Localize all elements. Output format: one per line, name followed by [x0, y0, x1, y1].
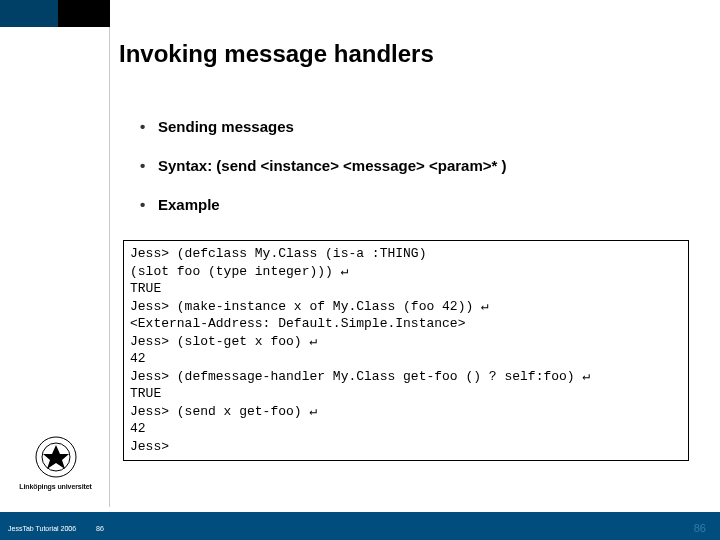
code-line: Jess> (make-instance x of My.Class (foo …	[130, 299, 489, 314]
slide: Invoking message handlers Sending messag…	[0, 0, 720, 540]
bullet-item: Sending messages	[140, 118, 680, 135]
code-line: Jess> (defmessage-handler My.Class get-f…	[130, 369, 590, 384]
footer-text: JessTab Tutorial 2006	[8, 525, 76, 532]
footer-left: JessTab Tutorial 2006 86	[8, 525, 104, 532]
code-line: TRUE	[130, 281, 161, 296]
code-line: TRUE	[130, 386, 161, 401]
footer-page-small: 86	[96, 525, 104, 532]
seal-icon	[33, 434, 79, 480]
code-block: Jess> (defclass My.Class (is-a :THING) (…	[123, 240, 689, 461]
corner-block-blue	[0, 0, 58, 27]
slide-title: Invoking message handlers	[119, 40, 434, 68]
university-logo-block: Linköpings universitet	[8, 434, 103, 490]
corner-block-black	[58, 0, 110, 27]
bullet-list: Sending messages Syntax: (send <instance…	[140, 118, 680, 235]
code-line: <External-Address: Default.Simple.Instan…	[130, 316, 465, 331]
code-line: (slot foo (type integer))) ↵	[130, 264, 348, 279]
code-line: Jess> (defclass My.Class (is-a :THING)	[130, 246, 426, 261]
code-line: 42	[130, 421, 146, 436]
code-line: Jess> (send x get-foo) ↵	[130, 404, 317, 419]
code-line: 42	[130, 351, 146, 366]
footer-bar	[0, 512, 720, 540]
code-line: Jess>	[130, 439, 169, 454]
footer-page-big: 86	[694, 522, 706, 534]
bullet-item: Syntax: (send <instance> <message> <para…	[140, 157, 680, 174]
university-name: Linköpings universitet	[8, 483, 103, 490]
code-line: Jess> (slot-get x foo) ↵	[130, 334, 317, 349]
bullet-item: Example	[140, 196, 680, 213]
vertical-divider	[109, 27, 110, 507]
